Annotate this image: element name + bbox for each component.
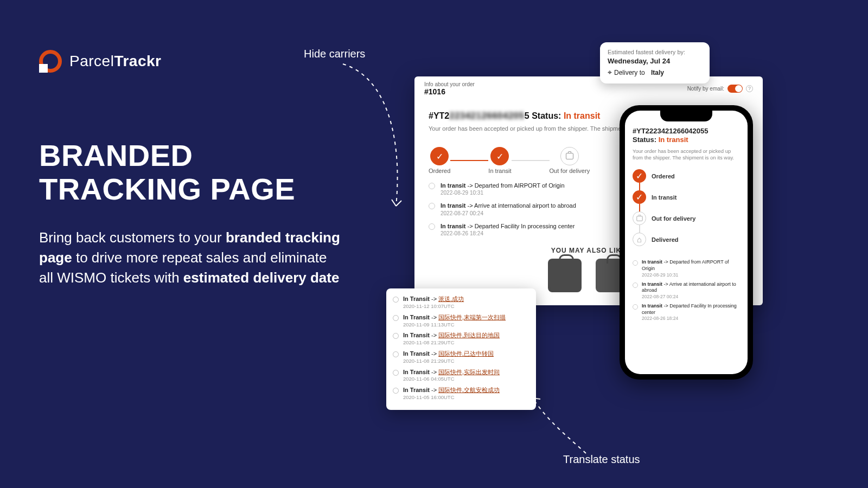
order-number: #1016 bbox=[424, 87, 475, 96]
logo-text: ParcelTrackr bbox=[69, 53, 161, 70]
tracking-page-mobile: #YT2223421266042055 Status: In transit Y… bbox=[620, 105, 753, 380]
est-date: Wednesday, Jul 24 bbox=[608, 57, 702, 65]
notify-label: Notify by email: bbox=[687, 86, 724, 92]
phone-tracking-id: #YT2223421266042055 Status: In transit bbox=[633, 127, 740, 145]
vstep-ordered-icon bbox=[633, 169, 646, 183]
phone-events: In transit -> Departed from AIRPORT of O… bbox=[633, 259, 740, 322]
brand-logo: ParcelTrackr bbox=[39, 50, 161, 73]
estimated-delivery-card: Estimated fastest delivery by: Wednesday… bbox=[600, 42, 710, 84]
phone-steps: Ordered In transit Out for delivery Deli… bbox=[633, 169, 740, 254]
step-intransit-icon bbox=[490, 147, 509, 165]
step-ordered-icon bbox=[430, 147, 449, 165]
annotation-translate-status: Translate status bbox=[563, 453, 640, 466]
subheadline: Bring back customers to your branded tra… bbox=[39, 228, 343, 288]
headline: BRANDED TRACKING PAGE bbox=[39, 139, 295, 206]
vstep-delivered-icon bbox=[633, 233, 646, 246]
logo-icon bbox=[39, 50, 62, 73]
arrow-hide-carriers bbox=[332, 61, 419, 221]
pin-icon bbox=[608, 68, 612, 77]
phone-status-desc: Your order has been accepted or picked u… bbox=[633, 148, 740, 162]
annotation-hide-carriers: Hide carriers bbox=[304, 48, 365, 60]
est-location: Delivery to Italy bbox=[608, 68, 702, 77]
vstep-out-icon bbox=[633, 211, 646, 225]
vstep-intransit-icon bbox=[633, 190, 646, 204]
order-info-label: Info about your order bbox=[424, 81, 475, 87]
translated-events-card: In Transit -> 派送,成功2020-11-12 10:07UTC I… bbox=[386, 288, 536, 410]
help-icon[interactable]: ? bbox=[746, 85, 753, 92]
notify-toggle[interactable] bbox=[727, 85, 743, 93]
product-thumb[interactable] bbox=[548, 259, 582, 292]
est-label: Estimated fastest delivery by: bbox=[608, 49, 702, 55]
arrow-translate-status bbox=[526, 389, 608, 460]
step-outdelivery-icon bbox=[560, 147, 579, 165]
